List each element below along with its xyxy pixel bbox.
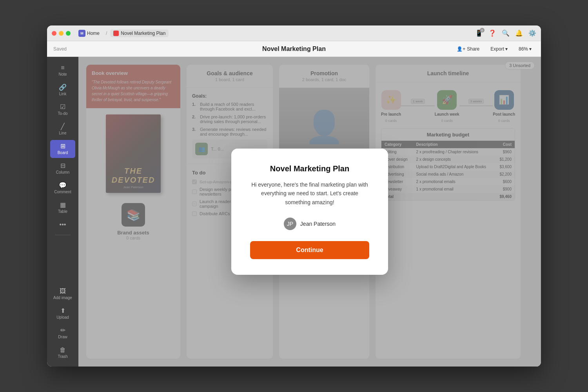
- zoom-control[interactable]: 86% ▾: [515, 45, 535, 53]
- more-icon: •••: [60, 221, 66, 228]
- sidebar-label-link: Link: [59, 92, 66, 96]
- sidebar-item-todo[interactable]: ☑ To-do: [47, 101, 78, 119]
- sidebar-item-table[interactable]: ▦ Table: [47, 199, 78, 217]
- title-bar: M Home / Novel Marketing Plan 📱0 ❓ 🔍 🔔 ⚙…: [47, 25, 541, 41]
- modal-dialog: Novel Marketing Plan Hi everyone, here's…: [231, 149, 388, 275]
- sidebar-item-draw[interactable]: ✏ Draw: [47, 324, 78, 342]
- help-icon[interactable]: ❓: [488, 29, 496, 37]
- sidebar-label-board: Board: [58, 151, 68, 155]
- sidebar-label-todo: To-do: [58, 111, 67, 116]
- column-icon: ⊟: [60, 163, 65, 169]
- sidebar-label-draw: Draw: [58, 335, 67, 339]
- sidebar-item-link[interactable]: 🔗 Link: [47, 81, 78, 99]
- continue-button[interactable]: Continue: [250, 241, 369, 259]
- home-icon: M: [78, 30, 85, 37]
- document-title: Novel Marketing Plan: [174, 45, 414, 53]
- modal-author: JP Jean Paterson: [250, 218, 369, 230]
- sidebar-item-board[interactable]: ⊞ Board: [50, 140, 75, 158]
- board-icon: ⊞: [60, 143, 65, 149]
- link-icon: 🔗: [59, 84, 67, 91]
- tab-separator: /: [106, 31, 107, 36]
- app-window: M Home / Novel Marketing Plan 📱0 ❓ 🔍 🔔 ⚙…: [47, 25, 541, 367]
- titlebar-icons: 📱0 ❓ 🔍 🔔 ⚙️: [475, 29, 536, 37]
- tab-home[interactable]: M Home: [75, 29, 103, 38]
- sidebar: ≡ Note 🔗 Link ☑ To-do ╱ Line ⊞ Board ⊟ C…: [47, 57, 78, 367]
- main-layout: ≡ Note 🔗 Link ☑ To-do ╱ Line ⊞ Board ⊟ C…: [47, 57, 541, 367]
- chevron-down-icon: ▾: [529, 46, 532, 52]
- sidebar-label-note: Note: [58, 72, 67, 76]
- home-tab-label: Home: [87, 31, 100, 36]
- minimize-button[interactable]: [59, 31, 64, 36]
- line-icon: ╱: [61, 123, 65, 130]
- toolbar: Saved Novel Marketing Plan 👤+ Share Expo…: [47, 41, 541, 57]
- upload-icon: ⬆: [60, 308, 65, 314]
- sidebar-item-addimage[interactable]: 🖼 Add image: [47, 285, 78, 303]
- table-icon: ▦: [60, 202, 66, 208]
- sidebar-label-comment: Comment: [54, 190, 71, 194]
- close-button[interactable]: [52, 31, 56, 36]
- device-icon[interactable]: 📱0: [475, 29, 483, 37]
- active-tab-label: Novel Marketing Plan: [121, 31, 165, 36]
- saved-status: Saved: [53, 46, 174, 52]
- sidebar-item-column[interactable]: ⊟ Column: [47, 160, 78, 178]
- comment-icon: 💬: [59, 182, 67, 189]
- share-icon: 👤+: [457, 46, 465, 52]
- tab-active[interactable]: Novel Marketing Plan: [110, 29, 169, 37]
- sidebar-label-line: Line: [59, 131, 67, 135]
- sidebar-divider: [55, 235, 71, 235]
- sidebar-label-table: Table: [58, 209, 67, 214]
- sidebar-item-note[interactable]: ≡ Note: [47, 62, 78, 80]
- tab-dot-icon: [113, 31, 119, 36]
- tab-area: M Home / Novel Marketing Plan: [75, 29, 475, 38]
- draw-icon: ✏: [60, 327, 65, 334]
- sidebar-item-upload[interactable]: ⬆ Upload: [47, 305, 78, 323]
- share-button[interactable]: 👤+ Share: [454, 45, 483, 53]
- sidebar-label-addimage: Add image: [53, 296, 72, 300]
- trash-icon: 🗑: [60, 347, 66, 353]
- author-avatar: JP: [284, 218, 296, 230]
- sidebar-item-trash[interactable]: 🗑 Trash: [47, 344, 78, 362]
- sidebar-label-trash: Trash: [58, 354, 67, 359]
- note-icon: ≡: [61, 65, 64, 71]
- notification-icon[interactable]: 🔔: [515, 29, 523, 37]
- maximize-button[interactable]: [66, 31, 71, 36]
- search-icon[interactable]: 🔍: [502, 29, 510, 37]
- sidebar-label-upload: Upload: [56, 315, 69, 319]
- modal-title: Novel Marketing Plan: [250, 164, 369, 173]
- content-area: 3 Unsorted Book overview "The Devoted fo…: [78, 57, 541, 367]
- sidebar-label-column: Column: [56, 170, 69, 174]
- sidebar-item-line[interactable]: ╱ Line: [47, 120, 78, 138]
- todo-icon: ☑: [60, 104, 65, 110]
- modal-message: Hi everyone, here's the final marketing …: [250, 180, 369, 207]
- author-name: Jean Paterson: [300, 221, 336, 227]
- traffic-lights: [52, 31, 71, 36]
- sidebar-item-more[interactable]: •••: [47, 218, 78, 231]
- toolbar-actions: 👤+ Share Export ▾ 86% ▾: [414, 45, 535, 53]
- chevron-down-icon: ▾: [505, 46, 508, 52]
- modal-overlay: Novel Marketing Plan Hi everyone, here's…: [78, 57, 541, 367]
- sidebar-item-comment[interactable]: 💬 Comment: [47, 179, 78, 197]
- export-button[interactable]: Export ▾: [487, 45, 511, 53]
- add-image-icon: 🖼: [60, 288, 66, 294]
- settings-icon[interactable]: ⚙️: [528, 29, 536, 37]
